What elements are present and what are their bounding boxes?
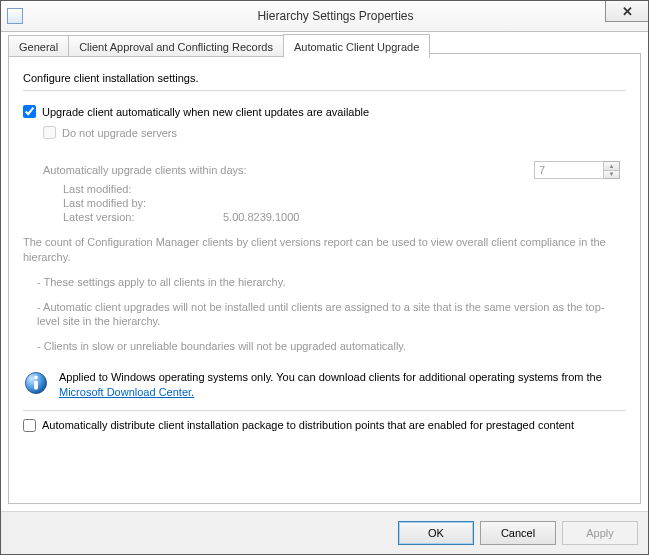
separator-2 (23, 410, 626, 411)
intro-text: Configure client installation settings. (23, 72, 626, 84)
last-modified-by-label: Last modified by: (63, 197, 223, 209)
prestaged-row: Automatically distribute client installa… (23, 419, 626, 432)
button-row: OK Cancel Apply (1, 511, 648, 554)
info-text: Applied to Windows operating systems onl… (59, 370, 626, 400)
close-icon: ✕ (622, 4, 633, 19)
last-modified-label: Last modified: (63, 183, 223, 195)
days-label: Automatically upgrade clients within day… (43, 164, 247, 176)
tab-automatic-client-upgrade[interactable]: Automatic Client Upgrade (283, 34, 430, 58)
prestaged-checkbox[interactable] (23, 419, 36, 432)
info-text-pre: Applied to Windows operating systems onl… (59, 371, 602, 383)
last-modified-row: Last modified: (63, 183, 626, 195)
tab-client-approval[interactable]: Client Approval and Conflicting Records (68, 35, 284, 57)
last-modified-by-row: Last modified by: (63, 197, 626, 209)
bullet-slow-boundaries: - Clients in slow or unreliable boundari… (37, 339, 626, 354)
days-input[interactable] (534, 161, 604, 179)
latest-version-label: Latest version: (63, 211, 223, 223)
separator (23, 90, 626, 91)
bullet-site-version: - Automatic client upgrades will not be … (37, 300, 626, 330)
spin-down-icon[interactable]: ▼ (604, 171, 619, 179)
dialog-body: General Client Approval and Conflicting … (1, 32, 648, 511)
prestaged-label: Automatically distribute client installa… (42, 419, 574, 431)
svg-rect-2 (34, 381, 38, 390)
tabstrip: General Client Approval and Conflicting … (8, 34, 429, 55)
tab-panel: General Client Approval and Conflicting … (8, 53, 641, 504)
tab-general[interactable]: General (8, 35, 69, 57)
latest-version-row: Latest version: 5.00.8239.1000 (63, 211, 626, 223)
info-icon (23, 370, 49, 396)
spin-up-icon[interactable]: ▲ (604, 162, 619, 171)
cancel-button[interactable]: Cancel (480, 521, 556, 545)
window-title: Hierarchy Settings Properties (23, 9, 648, 23)
days-spin-buttons: ▲ ▼ (604, 161, 620, 179)
document-icon (7, 8, 23, 24)
dont-upgrade-servers-checkbox[interactable] (43, 126, 56, 139)
dialog-window: Hierarchy Settings Properties ✕ General … (0, 0, 649, 555)
close-button[interactable]: ✕ (605, 1, 648, 22)
details-block: Last modified: Last modified by: Latest … (63, 183, 626, 223)
upgrade-automatically-checkbox[interactable] (23, 105, 36, 118)
upgrade-automatically-label: Upgrade client automatically when new cl… (42, 106, 369, 118)
dont-upgrade-servers-label: Do not upgrade servers (62, 127, 177, 139)
download-center-link[interactable]: Microsoft Download Center. (59, 386, 194, 398)
titlebar: Hierarchy Settings Properties ✕ (1, 1, 648, 32)
info-block: Applied to Windows operating systems onl… (23, 370, 626, 400)
days-spinner: ▲ ▼ (534, 161, 620, 179)
days-row: Automatically upgrade clients within day… (43, 161, 626, 179)
svg-point-1 (34, 376, 38, 380)
upgrade-automatically-row: Upgrade client automatically when new cl… (23, 105, 626, 118)
ok-button[interactable]: OK (398, 521, 474, 545)
compliance-note: The count of Configuration Manager clien… (23, 235, 626, 265)
dont-upgrade-servers-row: Do not upgrade servers (43, 126, 626, 139)
apply-button[interactable]: Apply (562, 521, 638, 545)
bullet-all-clients: - These settings apply to all clients in… (37, 275, 626, 290)
latest-version-value: 5.00.8239.1000 (223, 211, 299, 223)
